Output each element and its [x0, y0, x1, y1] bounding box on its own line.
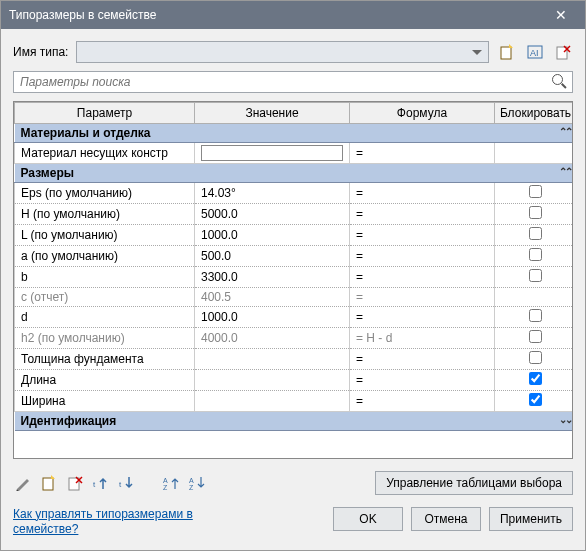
- delete-param-icon[interactable]: [65, 473, 85, 493]
- param-value: 4000.0: [195, 328, 350, 349]
- modify-param-icon[interactable]: [13, 473, 33, 493]
- group-header-identification[interactable]: Идентификация⌄⌄: [15, 412, 574, 431]
- param-formula[interactable]: =: [350, 307, 495, 328]
- param-label[interactable]: Eps (по умолчанию): [15, 183, 195, 204]
- lock-checkbox[interactable]: [529, 248, 542, 261]
- param-label[interactable]: L (по умолчанию): [15, 225, 195, 246]
- col-header-value[interactable]: Значение: [195, 103, 350, 124]
- param-lock[interactable]: [495, 246, 574, 267]
- svg-rect-9: [69, 478, 79, 490]
- param-lock[interactable]: [495, 370, 574, 391]
- param-label[interactable]: b: [15, 267, 195, 288]
- apply-button[interactable]: Применить: [489, 507, 573, 531]
- type-name-row: Имя типа: AI: [13, 41, 573, 63]
- col-header-param[interactable]: Параметр: [15, 103, 195, 124]
- param-formula[interactable]: =: [350, 391, 495, 412]
- param-formula[interactable]: =: [350, 267, 495, 288]
- param-lock[interactable]: [495, 183, 574, 204]
- row-b: b 3300.0 =: [15, 267, 574, 288]
- ok-button[interactable]: OK: [333, 507, 403, 531]
- group-title: Идентификация: [21, 414, 117, 428]
- group-header-dimensions[interactable]: Размеры⌃⌃: [15, 164, 574, 183]
- rename-type-icon[interactable]: AI: [525, 42, 545, 62]
- lock-checkbox[interactable]: [529, 227, 542, 240]
- param-value[interactable]: [195, 370, 350, 391]
- param-formula[interactable]: =: [350, 183, 495, 204]
- move-up-icon[interactable]: t: [91, 473, 111, 493]
- type-name-dropdown[interactable]: [76, 41, 489, 63]
- param-formula[interactable]: = H - d: [350, 328, 495, 349]
- footer: Как управлять типоразмерами в семействе?…: [13, 507, 573, 538]
- close-button[interactable]: ✕: [545, 4, 577, 26]
- lock-checkbox[interactable]: [529, 330, 542, 343]
- lock-checkbox[interactable]: [529, 372, 542, 385]
- col-header-lock[interactable]: Блокировать: [495, 103, 574, 124]
- param-formula[interactable]: =: [350, 204, 495, 225]
- param-formula[interactable]: =: [350, 370, 495, 391]
- move-down-icon[interactable]: t: [117, 473, 137, 493]
- group-header-materials[interactable]: Материалы и отделка⌃⌃: [15, 124, 574, 143]
- manage-lookup-tables-button[interactable]: Управление таблицами выбора: [375, 471, 573, 495]
- param-label[interactable]: Ширина: [15, 391, 195, 412]
- lock-checkbox[interactable]: [529, 309, 542, 322]
- lock-checkbox[interactable]: [529, 206, 542, 219]
- param-lock[interactable]: [495, 307, 574, 328]
- svg-text:Z: Z: [189, 484, 194, 491]
- param-label[interactable]: a (по умолчанию): [15, 246, 195, 267]
- lock-checkbox[interactable]: [529, 393, 542, 406]
- new-type-icon[interactable]: [497, 42, 517, 62]
- col-header-formula[interactable]: Формула: [350, 103, 495, 124]
- param-label[interactable]: Толщина фундамента: [15, 349, 195, 370]
- param-value[interactable]: [195, 391, 350, 412]
- lock-checkbox[interactable]: [529, 185, 542, 198]
- dialog-buttons: OK Отмена Применить: [333, 507, 573, 531]
- param-lock[interactable]: [495, 349, 574, 370]
- lock-checkbox[interactable]: [529, 269, 542, 282]
- expand-icon: ⌄⌄: [559, 414, 571, 425]
- sort-desc-icon[interactable]: AZ: [187, 473, 207, 493]
- param-value[interactable]: 1000.0: [195, 225, 350, 246]
- param-lock: [495, 143, 574, 164]
- cancel-button[interactable]: Отмена: [411, 507, 481, 531]
- param-lock[interactable]: [495, 204, 574, 225]
- row-d: d 1000.0 =: [15, 307, 574, 328]
- sort-asc-icon[interactable]: AZ: [161, 473, 181, 493]
- param-formula: =: [350, 288, 495, 307]
- row-c-report: c (отчет) 400.5 =: [15, 288, 574, 307]
- param-label[interactable]: Материал несущих констр: [15, 143, 195, 164]
- param-value[interactable]: [195, 143, 350, 164]
- param-formula[interactable]: =: [350, 225, 495, 246]
- value-input[interactable]: [201, 145, 343, 161]
- param-value[interactable]: 1000.0: [195, 307, 350, 328]
- param-value[interactable]: [195, 349, 350, 370]
- help-link[interactable]: Как управлять типоразмерами в семействе?: [13, 507, 233, 538]
- param-label[interactable]: d: [15, 307, 195, 328]
- row-thickness: Толщина фундамента =: [15, 349, 574, 370]
- row-width: Ширина =: [15, 391, 574, 412]
- param-value[interactable]: 500.0: [195, 246, 350, 267]
- param-label[interactable]: H (по умолчанию): [15, 204, 195, 225]
- svg-text:A: A: [189, 477, 194, 484]
- param-value[interactable]: 3300.0: [195, 267, 350, 288]
- new-param-icon[interactable]: [39, 473, 59, 493]
- param-label[interactable]: Длина: [15, 370, 195, 391]
- param-lock[interactable]: [495, 225, 574, 246]
- param-lock[interactable]: [495, 328, 574, 349]
- row-eps: Eps (по умолчанию) 14.03° =: [15, 183, 574, 204]
- param-lock[interactable]: [495, 391, 574, 412]
- row-length: Длина =: [15, 370, 574, 391]
- titlebar: Типоразмеры в семействе ✕: [1, 1, 585, 29]
- param-lock[interactable]: [495, 267, 574, 288]
- delete-type-icon[interactable]: [553, 42, 573, 62]
- svg-rect-4: [557, 47, 567, 59]
- param-formula[interactable]: =: [350, 246, 495, 267]
- param-formula[interactable]: =: [350, 349, 495, 370]
- collapse-icon: ⌃⌃: [559, 166, 571, 177]
- param-formula[interactable]: =: [350, 143, 495, 164]
- param-value[interactable]: 5000.0: [195, 204, 350, 225]
- param-value[interactable]: 14.03°: [195, 183, 350, 204]
- search-icon[interactable]: [552, 74, 568, 90]
- search-input[interactable]: [18, 74, 552, 90]
- svg-rect-0: [501, 47, 511, 59]
- lock-checkbox[interactable]: [529, 351, 542, 364]
